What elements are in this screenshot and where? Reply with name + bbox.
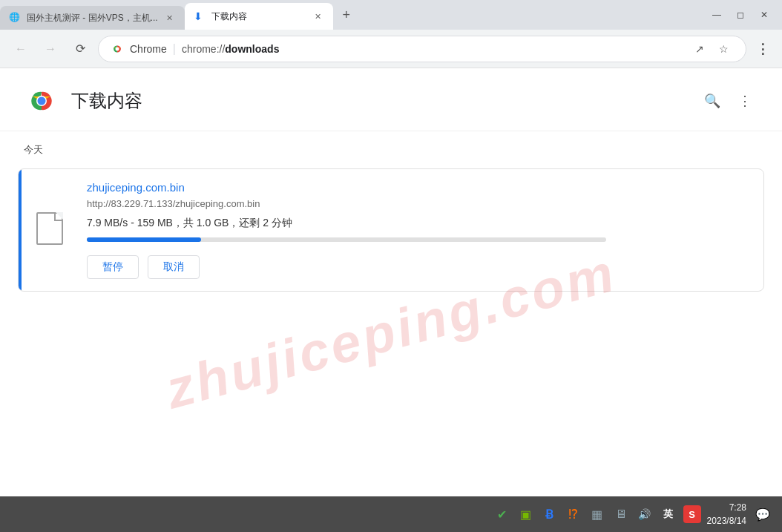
file-icon-body — [36, 212, 63, 245]
taskbar-icons: ✔ ▣ Ƀ ⁉ ▦ 🖥 🔊 英 S — [493, 505, 701, 523]
tab-inactive-title: 国外主机测评 - 国外VPS，主机... — [27, 12, 158, 24]
page-content: zhujiceping.com 下载内容 🔍 ⋮ 今天 — [0, 68, 782, 496]
progress-bar-container — [87, 237, 606, 242]
svg-point-1 — [116, 47, 119, 50]
search-button[interactable]: 🔍 — [699, 88, 726, 114]
download-filename[interactable]: zhujiceping.com.bin — [87, 181, 752, 194]
tab-inactive[interactable]: 🌐 国外主机测评 - 国外VPS，主机... ✕ — [0, 6, 185, 30]
taskbar: ✔ ▣ Ƀ ⁉ ▦ 🖥 🔊 英 S 7:28 2023/8/14 💬 — [0, 496, 782, 532]
navbar: ← → ⟳ Chrome | chrome://downloads ↗ ☆ ⋮ — [0, 30, 782, 68]
pause-button[interactable]: 暂停 — [87, 255, 139, 279]
address-text: chrome://downloads — [182, 43, 683, 55]
progress-bar-fill — [87, 237, 201, 242]
chrome-logo — [24, 83, 59, 119]
monitor-icon[interactable]: 🖥 — [612, 505, 630, 523]
file-icon-fold — [54, 214, 62, 221]
cancel-button[interactable]: 取消 — [148, 255, 200, 279]
downloads-header: 下载内容 🔍 ⋮ — [0, 68, 782, 131]
lang-icon[interactable]: 英 — [660, 505, 677, 523]
taskbar-time: 7:28 2023/8/14 — [707, 501, 746, 528]
titlebar: 🌐 国外主机测评 - 国外VPS，主机... ✕ ⬇ 下载内容 ✕ + — ◻ … — [0, 0, 782, 30]
page-title: 下载内容 — [71, 89, 142, 113]
tab-active-title: 下载内容 — [211, 10, 306, 23]
address-separator: | — [173, 42, 176, 56]
download-url: http://83.229.71.133/zhujiceping.com.bin — [87, 198, 752, 209]
browser-menu-button[interactable]: ⋮ — [752, 39, 773, 59]
fresco-icon[interactable]: ⁉ — [565, 505, 582, 523]
forward-button[interactable]: → — [39, 37, 62, 61]
nvidia-icon[interactable]: ▣ — [517, 505, 535, 523]
back-button[interactable]: ← — [9, 37, 33, 61]
tab-active-favicon: ⬇ — [194, 10, 206, 22]
minimize-button[interactable]: — — [705, 4, 729, 25]
download-item-icon — [22, 169, 81, 291]
section-today: 今天 — [0, 131, 782, 162]
address-brand: Chrome — [130, 43, 167, 55]
new-tab-button[interactable]: + — [336, 4, 357, 25]
more-options-button[interactable]: ⋮ — [732, 88, 758, 114]
desktop-icon[interactable]: ▦ — [588, 505, 606, 523]
green-check-icon[interactable]: ✔ — [493, 505, 511, 523]
tab-active[interactable]: ⬇ 下载内容 ✕ — [185, 3, 333, 30]
sogou-icon[interactable]: S — [683, 505, 701, 523]
maximize-button[interactable]: ◻ — [729, 4, 752, 25]
address-bar[interactable]: Chrome | chrome://downloads ↗ ☆ — [98, 36, 746, 62]
download-item-info: zhujiceping.com.bin http://83.229.71.133… — [81, 169, 763, 291]
tab-active-close[interactable]: ✕ — [312, 10, 324, 22]
svg-point-4 — [38, 97, 46, 105]
file-icon — [36, 212, 66, 248]
volume-icon[interactable]: 🔊 — [636, 505, 654, 523]
page-header-actions: 🔍 ⋮ — [699, 88, 758, 114]
window-controls: — ◻ ✕ — [705, 4, 782, 25]
tab-inactive-favicon: 🌐 — [9, 12, 21, 24]
close-button[interactable]: ✕ — [752, 4, 776, 25]
download-item: zhujiceping.com.bin http://83.229.71.133… — [18, 168, 764, 292]
address-actions: ↗ ☆ — [689, 39, 734, 59]
bookmark-button[interactable]: ☆ — [713, 39, 734, 59]
share-button[interactable]: ↗ — [689, 39, 710, 59]
browser-window: 🌐 国外主机测评 - 国外VPS，主机... ✕ ⬇ 下载内容 ✕ + — ◻ … — [0, 0, 782, 532]
tab-inactive-close[interactable]: ✕ — [164, 12, 176, 24]
notification-button[interactable]: 💬 — [752, 504, 773, 525]
download-actions: 暂停 取消 — [87, 255, 752, 279]
chrome-icon-address — [111, 42, 124, 56]
bluetooth-icon[interactable]: Ƀ — [541, 505, 559, 523]
download-status: 7.9 MB/s - 159 MB，共 1.0 GB，还剩 2 分钟 — [87, 217, 752, 230]
refresh-button[interactable]: ⟳ — [68, 37, 92, 61]
